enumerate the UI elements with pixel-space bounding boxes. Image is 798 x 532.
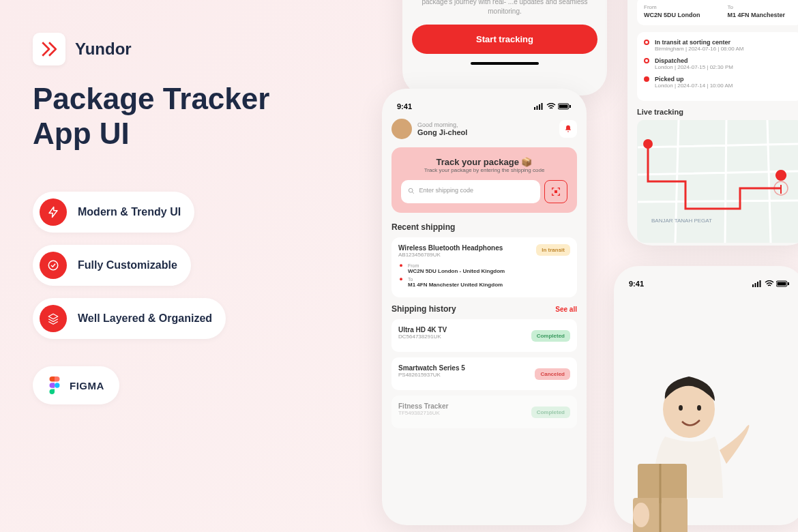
track-card: Track your package 📦 Track your package … xyxy=(391,147,577,213)
home-indicator xyxy=(471,62,539,65)
track-title: Track your package 📦 xyxy=(401,157,567,167)
onboarding-desc: package's journey with real- ...e update… xyxy=(412,0,597,16)
feature-pill: Modern & Trendy UI xyxy=(33,192,194,233)
battery-icon xyxy=(558,103,572,110)
timeline: In transit at sorting centerBirmingham |… xyxy=(637,32,798,101)
check-circle-icon xyxy=(40,252,67,279)
svg-rect-18 xyxy=(755,283,756,287)
status-badge: Completed xyxy=(531,330,570,342)
phone-tracking-detail: FromWC2N 5DU London ToM1 4FN Manchester … xyxy=(627,0,798,246)
svg-rect-14 xyxy=(555,190,557,193)
route-header: FromWC2N 5DU London ToM1 4FN Manchester xyxy=(637,0,798,25)
pin-icon xyxy=(398,263,404,269)
timeline-item: Picked upLondon | 2024-07-14 | 10:00 AM xyxy=(644,76,795,89)
svg-point-12 xyxy=(409,188,413,192)
svg-point-16 xyxy=(400,278,402,280)
wifi-icon xyxy=(546,103,556,110)
svg-rect-11 xyxy=(570,105,571,108)
status-bar: 9:41 xyxy=(391,100,577,113)
bell-icon xyxy=(563,124,573,134)
status-badge: Completed xyxy=(531,407,570,418)
phone-home: 9:41 Good morning, Gong Ji-cheol Track y… xyxy=(382,89,587,525)
history-item[interactable]: Smartwatch Series 5PS482615937UK Cancele… xyxy=(391,357,577,390)
svg-rect-17 xyxy=(752,284,754,287)
history-item[interactable]: Fitness TrackerTF549382716UK Completed xyxy=(391,396,577,428)
svg-point-3 xyxy=(643,139,653,149)
from-value: WC2N 5DU London xyxy=(644,12,700,18)
svg-rect-22 xyxy=(778,282,786,286)
feature-label: Well Layered & Organized xyxy=(78,312,212,325)
logo-icon xyxy=(33,33,65,65)
svg-rect-7 xyxy=(539,104,540,110)
figma-label: FIGMA xyxy=(70,380,104,391)
notification-button[interactable] xyxy=(559,120,577,138)
greeting: Good morning, xyxy=(417,121,467,128)
user-name: Gong Ji-cheol xyxy=(417,128,467,136)
product-name: Wireless Bluetooth Headphones xyxy=(398,244,503,252)
search-icon xyxy=(408,188,415,194)
feature-label: Modern & Trendy UI xyxy=(78,206,181,218)
svg-rect-27 xyxy=(638,464,687,503)
search-input[interactable]: Enter shipping code xyxy=(401,180,540,203)
pin-icon xyxy=(398,277,404,282)
recent-shipping-title: Recent shipping xyxy=(391,222,577,232)
status-badge: Canceled xyxy=(535,368,570,380)
svg-rect-8 xyxy=(542,103,543,110)
recent-shipping-card[interactable]: Wireless Bluetooth Headphones AB12345678… xyxy=(391,237,577,297)
map-label: BANJAR TANAH PEGAT xyxy=(651,218,712,224)
svg-point-26 xyxy=(697,405,701,411)
status-bar: 9:41 xyxy=(623,277,795,291)
battery-icon xyxy=(776,280,790,287)
time: 9:41 xyxy=(397,102,412,110)
svg-point-1 xyxy=(55,383,59,387)
feature-pill: Well Layered & Organized xyxy=(33,298,226,339)
svg-rect-6 xyxy=(537,106,538,110)
svg-point-0 xyxy=(48,261,58,270)
tracking-code: AB123456789UK xyxy=(398,252,503,258)
hero-image xyxy=(600,361,764,532)
map[interactable]: BANJAR TANAH PEGAT xyxy=(637,120,798,243)
track-subtitle: Track your package by entering the shipp… xyxy=(401,167,567,173)
wifi-icon xyxy=(765,280,774,287)
scan-icon xyxy=(550,186,561,197)
avatar[interactable] xyxy=(391,119,412,139)
svg-rect-10 xyxy=(559,105,568,108)
svg-rect-20 xyxy=(760,280,761,287)
layers-icon xyxy=(40,305,67,332)
figma-pill: FIGMA xyxy=(33,366,119,404)
svg-point-25 xyxy=(679,405,683,411)
time: 9:41 xyxy=(629,280,644,288)
user-row: Good morning, Gong Ji-cheol xyxy=(391,119,577,139)
lightning-icon xyxy=(40,198,67,226)
feature-label: Fully Customizable xyxy=(78,259,177,271)
scan-button[interactable] xyxy=(544,180,567,203)
svg-rect-23 xyxy=(788,282,789,285)
phone-onboarding: package's journey with real- ...e update… xyxy=(402,0,607,95)
svg-line-13 xyxy=(412,192,414,194)
svg-point-32 xyxy=(633,503,649,527)
svg-rect-19 xyxy=(757,282,758,287)
to-label: To xyxy=(728,4,786,10)
timeline-item: In transit at sorting centerBirmingham |… xyxy=(644,39,795,52)
svg-point-15 xyxy=(400,264,402,267)
signal-icon xyxy=(752,280,763,287)
live-tracking-title: Live tracking xyxy=(637,108,798,116)
page-title: Package Tracker App UI xyxy=(33,82,333,151)
history-item[interactable]: Ultra HD 4K TVDC564738291UK Completed xyxy=(391,319,577,352)
brand-row: Yundor xyxy=(33,33,333,65)
start-tracking-button[interactable]: Start tracking xyxy=(412,25,597,54)
to-value: M1 4FN Manchester xyxy=(728,12,786,18)
status-badge: In transit xyxy=(536,244,570,256)
feature-pill: Fully Customizable xyxy=(33,245,191,286)
timeline-item: DispatchedLondon | 2024-07-15 | 02:30 PM xyxy=(644,57,795,70)
figma-icon xyxy=(48,376,61,395)
brand-name: Yundor xyxy=(75,40,132,59)
see-all-link[interactable]: See all xyxy=(555,306,577,313)
signal-icon xyxy=(534,103,544,110)
shipping-history-title: Shipping history xyxy=(391,304,456,314)
svg-rect-5 xyxy=(534,107,535,110)
feature-list: Modern & Trendy UI Fully Customizable We… xyxy=(33,192,333,339)
from-label: From xyxy=(644,4,700,10)
